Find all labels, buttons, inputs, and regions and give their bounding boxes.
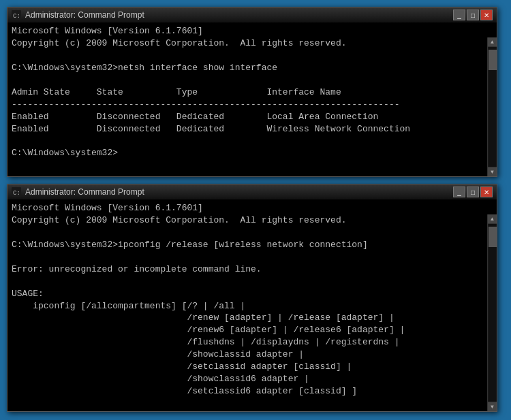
window-2: C: Administrator: Command Prompt _ □ ✕ M… [7, 184, 497, 412]
maximize-button-2[interactable]: □ [467, 187, 479, 197]
scroll-up-2[interactable]: ▲ [488, 214, 497, 224]
console-output-2: Microsoft Windows [Version 6.1.7601] Cop… [7, 199, 497, 411]
cmd-icon-2: C: [12, 187, 21, 197]
titlebar-1: C: Administrator: Command Prompt _ □ ✕ [7, 7, 497, 22]
scroll-up-1[interactable]: ▲ [488, 37, 497, 47]
scrollbar-thumb-2[interactable] [489, 227, 497, 247]
close-button-1[interactable]: ✕ [480, 10, 493, 20]
scrollbar-track-1 [489, 47, 497, 167]
scroll-down-1[interactable]: ▼ [488, 167, 497, 176]
titlebar-buttons-1: _ □ ✕ [453, 10, 493, 20]
svg-text:C:: C: [13, 13, 20, 20]
scrollbar-1[interactable]: ▲ ▼ [487, 37, 497, 176]
window-title-2: Administrator: Command Prompt [25, 187, 453, 197]
window-title-1: Administrator: Command Prompt [25, 10, 453, 20]
scroll-down-2[interactable]: ▼ [488, 402, 497, 411]
maximize-button-1[interactable]: □ [467, 10, 479, 20]
titlebar-buttons-2: _ □ ✕ [453, 187, 493, 197]
window-body-2: Microsoft Windows [Version 6.1.7601] Cop… [7, 199, 497, 411]
scrollbar-thumb-1[interactable] [489, 50, 497, 70]
minimize-button-2[interactable]: _ [453, 187, 465, 197]
window-body-1: Microsoft Windows [Version 6.1.7601] Cop… [7, 22, 497, 176]
scrollbar-track-2 [489, 224, 497, 402]
titlebar-2: C: Administrator: Command Prompt _ □ ✕ [7, 184, 497, 199]
minimize-button-1[interactable]: _ [453, 10, 465, 20]
window-1: C: Administrator: Command Prompt _ □ ✕ M… [7, 7, 497, 177]
console-output-1: Microsoft Windows [Version 6.1.7601] Cop… [7, 22, 497, 176]
scrollbar-2[interactable]: ▲ ▼ [487, 214, 497, 411]
close-button-2[interactable]: ✕ [480, 187, 493, 197]
svg-text:C:: C: [13, 190, 20, 197]
cmd-icon-1: C: [12, 10, 21, 20]
